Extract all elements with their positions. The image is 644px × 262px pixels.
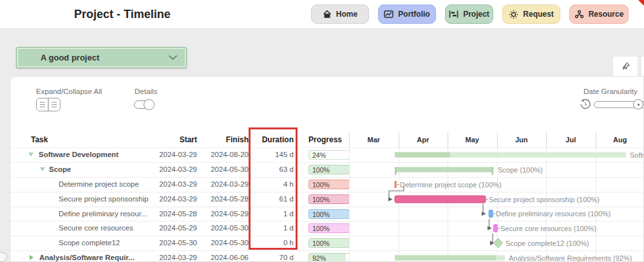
date-granularity-slider-handle[interactable] [633,99,643,109]
gantt-bars-layer [349,147,644,262]
expand-collapse-icon [37,98,60,111]
progress-badge: 100% [308,165,350,174]
task-start: 2024-05-29 [139,221,197,236]
dependency-connector [493,234,494,243]
page-edge-tab[interactable] [0,252,7,262]
progress-badge: 24% [308,150,350,160]
summary-cap [491,167,493,175]
gantt-bar-analysis-fill [395,256,496,261]
month-label: Aug [596,133,644,147]
gantt-bar-software-development-fill [395,153,450,158]
gantt-bar-label: Determine project scope (100%) [400,180,502,189]
col-header-start[interactable]: Start [139,133,197,147]
page-title: Project - Timeline [74,0,171,29]
portfolio-icon [384,10,393,19]
project-selector-dropdown[interactable]: A good project [16,47,187,68]
col-header-task[interactable]: Task [31,133,48,147]
gantt-bar-label: Analysis/Software Requirements (92%) [509,254,632,262]
nav-project-button[interactable]: Project [445,5,493,24]
task-finish: 2024-05-28 [194,192,249,207]
task-duration: 61 d [242,192,294,207]
gantt-bar-label: Secure core resources (100%) [500,224,596,233]
gantt-milestone-scope-complete12[interactable] [493,238,503,248]
nav-resource-button[interactable]: Resource [569,5,629,24]
project-selector-value: A good project [41,48,99,68]
details-toggle[interactable] [134,100,151,109]
task-finish: 2024-05-30 [194,221,249,236]
nav-project-label: Project [463,10,489,19]
month-label: Mar [349,133,399,147]
nav-portfolio-button[interactable]: Portfolio [378,5,436,24]
gantt-bar-secure-core-resources[interactable] [493,224,498,232]
nav-resource-label: Resource [589,10,624,19]
gantt-bar-determine-project-scope[interactable] [395,181,397,188]
progress-badge: 100% [308,209,350,219]
task-duration: 0 h [242,236,294,250]
progress-badge: 100% [308,180,350,189]
collapse-arrow-icon[interactable] [40,167,45,171]
task-finish: 2024-05-30 [194,236,249,250]
gantt-bar-label: Scope complete12 (100%) [506,239,589,248]
task-name: Software Development [39,147,118,162]
nav-request-label: Request [523,10,553,19]
gantt-bar-label: Secure project sponsorship (100%) [489,195,600,204]
chevron-down-icon [168,55,178,61]
task-start: 2024-05-28 [139,207,197,221]
gantt-bar-define-preliminary-resources[interactable] [489,210,494,218]
task-name: Analysis/Software Requir... [39,250,135,262]
task-name: Secure project sponsorship [59,192,148,207]
task-duration: 1 d [242,221,294,236]
expand-collapse-label: Expand/Collapse All [36,88,102,95]
home-icon [323,10,332,19]
task-start: 2024-03-29 [139,192,197,207]
toggle-knob[interactable] [144,99,155,110]
task-name: Define preliminary resour... [59,207,147,221]
nav-home-button[interactable]: Home [311,5,369,24]
task-start: 2024-05-30 [139,236,197,250]
progress-badge: 100% [308,194,350,204]
dependency-connector [483,204,486,214]
gantt-chart-area: Software Development (24%) Scope (100%) … [349,147,644,262]
gantt-bar-scope[interactable] [395,167,493,173]
date-granularity-label: Date Granularity [583,88,638,95]
nav-home-label: Home [336,10,357,19]
gantt-bar-secure-project-sponsorship[interactable] [395,196,486,203]
task-finish: 2024-06-06 [194,250,249,262]
task-start: 2024-03-29 [139,250,197,262]
progress-badge: 100% [308,223,350,233]
toolbar-button-partial[interactable] [641,57,644,76]
task-name: Secure core resources [59,221,133,236]
dependency-connector [489,219,491,229]
col-header-progress[interactable]: Progress [308,133,342,147]
task-duration: 63 d [242,162,294,177]
col-header-duration[interactable]: Duration [242,133,294,147]
task-finish: 2024-05-29 [194,207,249,221]
top-bar: Project - Timeline Home Portfolio Projec… [0,0,644,29]
nav-request-button[interactable]: Request [502,5,560,24]
task-finish: 2024-05-30 [194,162,249,177]
col-header-finish[interactable]: Finish [194,133,249,147]
task-finish: 2024-08-20 [194,147,249,162]
month-label: Apr [399,133,448,147]
expand-arrow-icon[interactable] [30,255,33,260]
task-name: Scope complete12 [59,236,120,250]
task-duration: 1 d [242,207,294,221]
task-start: 2024-03-29 [139,177,197,192]
progress-badge: 92% [308,253,350,262]
gantt-bar-label: Scope (100%) [498,165,543,174]
progress-badge: 100% [308,238,350,248]
month-label: Jul [546,133,596,147]
timeline-month-header: Mar Apr May Jun Jul Aug [349,133,644,147]
red-corner-mark [638,0,644,6]
task-start: 2024-03-29 [139,162,197,177]
reset-history-icon[interactable] [580,98,591,113]
pin-icon [620,61,630,71]
people-icon [574,10,584,19]
bulb-icon [509,10,518,19]
pin-visual-button[interactable] [613,57,638,76]
summary-cap [395,167,397,175]
month-label: May [448,133,497,147]
task-duration: 4 h [242,177,294,192]
expand-collapse-button[interactable] [36,98,61,111]
collapse-arrow-icon[interactable] [28,153,33,156]
